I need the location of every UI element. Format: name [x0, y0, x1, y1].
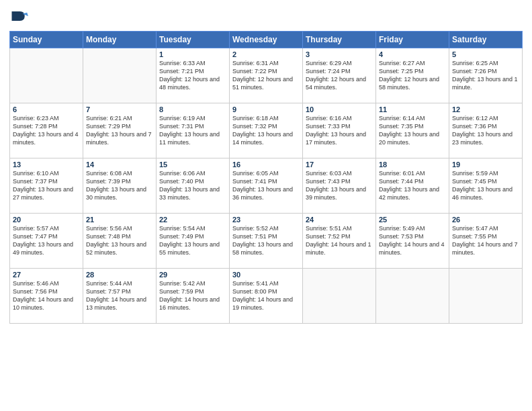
day-info: Sunrise: 5:49 AM Sunset: 7:53 PM Dayligh… — [379, 224, 446, 257]
day-number: 29 — [159, 271, 226, 279]
day-number: 12 — [452, 105, 519, 113]
day-number: 19 — [452, 161, 519, 169]
day-info: Sunrise: 6:10 AM Sunset: 7:37 PM Dayligh… — [13, 169, 80, 202]
day-cell: 26Sunrise: 5:47 AM Sunset: 7:55 PM Dayli… — [449, 214, 523, 269]
day-cell: 8Sunrise: 6:19 AM Sunset: 7:31 PM Daylig… — [157, 103, 230, 158]
page: SundayMondayTuesdayWednesdayThursdayFrid… — [0, 0, 532, 411]
day-number: 26 — [452, 216, 519, 224]
day-number: 1 — [159, 50, 226, 58]
day-info: Sunrise: 5:42 AM Sunset: 7:59 PM Dayligh… — [159, 279, 226, 312]
day-cell: 19Sunrise: 5:59 AM Sunset: 7:45 PM Dayli… — [449, 158, 523, 214]
day-cell: 25Sunrise: 5:49 AM Sunset: 7:53 PM Dayli… — [376, 214, 449, 269]
day-cell: 16Sunrise: 6:05 AM Sunset: 7:41 PM Dayli… — [230, 158, 303, 214]
day-cell: 7Sunrise: 6:21 AM Sunset: 7:29 PM Daylig… — [83, 103, 157, 158]
day-cell: 27Sunrise: 5:46 AM Sunset: 7:56 PM Dayli… — [10, 269, 83, 324]
day-info: Sunrise: 6:01 AM Sunset: 7:44 PM Dayligh… — [379, 169, 446, 202]
day-cell: 4Sunrise: 6:27 AM Sunset: 7:25 PM Daylig… — [376, 48, 449, 103]
day-number: 11 — [379, 105, 446, 113]
day-cell: 18Sunrise: 6:01 AM Sunset: 7:44 PM Dayli… — [376, 158, 449, 214]
day-info: Sunrise: 5:54 AM Sunset: 7:49 PM Dayligh… — [159, 224, 226, 257]
day-info: Sunrise: 5:47 AM Sunset: 7:55 PM Dayligh… — [452, 224, 519, 257]
day-cell: 11Sunrise: 6:14 AM Sunset: 7:35 PM Dayli… — [376, 103, 449, 158]
day-info: Sunrise: 5:46 AM Sunset: 7:56 PM Dayligh… — [13, 279, 80, 312]
day-cell: 5Sunrise: 6:25 AM Sunset: 7:26 PM Daylig… — [449, 48, 523, 103]
day-number: 4 — [379, 50, 446, 58]
week-row-4: 20Sunrise: 5:57 AM Sunset: 7:47 PM Dayli… — [10, 214, 523, 269]
day-cell: 1Sunrise: 6:33 AM Sunset: 7:21 PM Daylig… — [157, 48, 230, 103]
day-number: 8 — [159, 105, 226, 113]
calendar-table: SundayMondayTuesdayWednesdayThursdayFrid… — [9, 31, 523, 324]
day-number: 13 — [13, 161, 80, 169]
weekday-header-saturday: Saturday — [449, 32, 523, 48]
day-info: Sunrise: 6:08 AM Sunset: 7:39 PM Dayligh… — [86, 169, 153, 202]
day-cell: 9Sunrise: 6:18 AM Sunset: 7:32 PM Daylig… — [230, 103, 303, 158]
day-number: 18 — [379, 161, 446, 169]
week-row-5: 27Sunrise: 5:46 AM Sunset: 7:56 PM Dayli… — [10, 269, 523, 324]
weekday-header-monday: Monday — [83, 32, 157, 48]
day-cell: 23Sunrise: 5:52 AM Sunset: 7:51 PM Dayli… — [230, 214, 303, 269]
day-info: Sunrise: 5:57 AM Sunset: 7:47 PM Dayligh… — [13, 224, 80, 257]
day-number: 20 — [13, 216, 80, 224]
day-number: 2 — [232, 50, 300, 58]
day-info: Sunrise: 6:33 AM Sunset: 7:21 PM Dayligh… — [159, 59, 226, 92]
day-number: 3 — [306, 50, 373, 58]
day-cell: 22Sunrise: 5:54 AM Sunset: 7:49 PM Dayli… — [157, 214, 230, 269]
day-cell: 29Sunrise: 5:42 AM Sunset: 7:59 PM Dayli… — [157, 269, 230, 324]
day-number: 24 — [306, 216, 373, 224]
day-info: Sunrise: 6:27 AM Sunset: 7:25 PM Dayligh… — [379, 59, 446, 92]
day-cell — [449, 269, 523, 324]
day-info: Sunrise: 5:41 AM Sunset: 8:00 PM Dayligh… — [232, 279, 300, 312]
week-row-1: 1Sunrise: 6:33 AM Sunset: 7:21 PM Daylig… — [10, 48, 523, 103]
day-cell: 17Sunrise: 6:03 AM Sunset: 7:43 PM Dayli… — [303, 158, 376, 214]
day-cell: 2Sunrise: 6:31 AM Sunset: 7:22 PM Daylig… — [230, 48, 303, 103]
week-row-3: 13Sunrise: 6:10 AM Sunset: 7:37 PM Dayli… — [10, 158, 523, 214]
day-cell — [376, 269, 449, 324]
day-number: 25 — [379, 216, 446, 224]
day-info: Sunrise: 6:03 AM Sunset: 7:43 PM Dayligh… — [306, 169, 373, 202]
header — [9, 7, 523, 26]
day-cell — [10, 48, 83, 103]
day-info: Sunrise: 5:59 AM Sunset: 7:45 PM Dayligh… — [452, 169, 519, 202]
day-info: Sunrise: 6:19 AM Sunset: 7:31 PM Dayligh… — [159, 114, 226, 147]
day-number: 23 — [232, 216, 300, 224]
day-cell: 30Sunrise: 5:41 AM Sunset: 8:00 PM Dayli… — [230, 269, 303, 324]
week-row-2: 6Sunrise: 6:23 AM Sunset: 7:28 PM Daylig… — [10, 103, 523, 158]
day-cell: 20Sunrise: 5:57 AM Sunset: 7:47 PM Dayli… — [10, 214, 83, 269]
day-cell: 3Sunrise: 6:29 AM Sunset: 7:24 PM Daylig… — [303, 48, 376, 103]
weekday-header-row: SundayMondayTuesdayWednesdayThursdayFrid… — [10, 32, 523, 48]
weekday-header-thursday: Thursday — [303, 32, 376, 48]
day-info: Sunrise: 6:05 AM Sunset: 7:41 PM Dayligh… — [232, 169, 300, 202]
day-number: 9 — [232, 105, 300, 113]
day-info: Sunrise: 6:25 AM Sunset: 7:26 PM Dayligh… — [452, 59, 519, 92]
day-number: 6 — [13, 105, 80, 113]
day-cell: 14Sunrise: 6:08 AM Sunset: 7:39 PM Dayli… — [83, 158, 157, 214]
day-cell — [83, 48, 157, 103]
day-info: Sunrise: 6:18 AM Sunset: 7:32 PM Dayligh… — [232, 114, 300, 147]
day-number: 22 — [159, 216, 226, 224]
day-info: Sunrise: 5:56 AM Sunset: 7:48 PM Dayligh… — [86, 224, 153, 257]
day-info: Sunrise: 6:14 AM Sunset: 7:35 PM Dayligh… — [379, 114, 446, 147]
day-info: Sunrise: 5:44 AM Sunset: 7:57 PM Dayligh… — [86, 279, 153, 312]
weekday-header-wednesday: Wednesday — [230, 32, 303, 48]
day-info: Sunrise: 6:31 AM Sunset: 7:22 PM Dayligh… — [232, 59, 300, 92]
day-info: Sunrise: 5:51 AM Sunset: 7:52 PM Dayligh… — [306, 224, 373, 257]
day-info: Sunrise: 6:16 AM Sunset: 7:33 PM Dayligh… — [306, 114, 373, 147]
weekday-header-friday: Friday — [376, 32, 449, 48]
day-cell: 24Sunrise: 5:51 AM Sunset: 7:52 PM Dayli… — [303, 214, 376, 269]
day-cell: 15Sunrise: 6:06 AM Sunset: 7:40 PM Dayli… — [157, 158, 230, 214]
day-number: 27 — [13, 271, 80, 279]
day-info: Sunrise: 6:21 AM Sunset: 7:29 PM Dayligh… — [86, 114, 153, 147]
day-number: 14 — [86, 161, 153, 169]
weekday-header-sunday: Sunday — [10, 32, 83, 48]
day-cell: 13Sunrise: 6:10 AM Sunset: 7:37 PM Dayli… — [10, 158, 83, 214]
day-info: Sunrise: 6:23 AM Sunset: 7:28 PM Dayligh… — [13, 114, 80, 147]
day-number: 17 — [306, 161, 373, 169]
day-number: 15 — [159, 161, 226, 169]
day-info: Sunrise: 5:52 AM Sunset: 7:51 PM Dayligh… — [232, 224, 300, 257]
day-number: 10 — [306, 105, 373, 113]
logo-icon — [9, 7, 28, 26]
day-cell: 12Sunrise: 6:12 AM Sunset: 7:36 PM Dayli… — [449, 103, 523, 158]
day-number: 21 — [86, 216, 153, 224]
day-info: Sunrise: 6:29 AM Sunset: 7:24 PM Dayligh… — [306, 59, 373, 92]
day-info: Sunrise: 6:06 AM Sunset: 7:40 PM Dayligh… — [159, 169, 226, 202]
